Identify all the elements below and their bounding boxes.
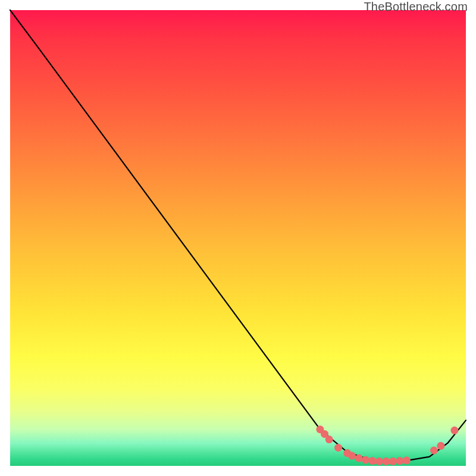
watermark-text: TheBottleneck.com xyxy=(364,0,468,14)
plot-area xyxy=(10,10,466,466)
chart-canvas: TheBottleneck.com xyxy=(0,0,476,476)
